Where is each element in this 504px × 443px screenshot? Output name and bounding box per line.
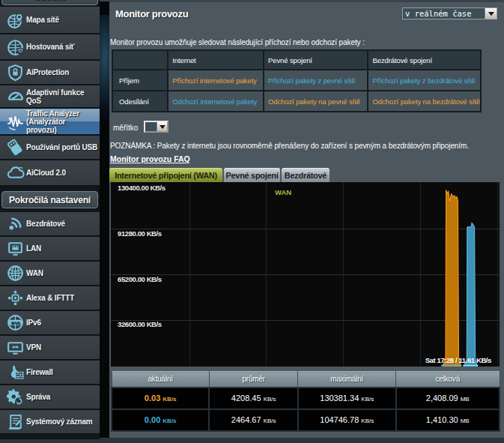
wan-globe-icon xyxy=(5,264,25,283)
chart-series-svg xyxy=(111,182,500,367)
alexa-ifttt-icon xyxy=(6,289,25,307)
sidebar-item-label: Adaptivní funkce QoS xyxy=(26,88,98,105)
sidebar-item-label: AiProtection xyxy=(26,68,69,76)
info-table-cell: Příchozí pakety z bezdrátové sítě xyxy=(368,70,481,91)
traffic-wave-icon xyxy=(6,112,25,131)
info-table-header-cell xyxy=(112,50,168,70)
info-table-row-label: Příjem xyxy=(112,70,168,91)
info-table-cell: Odchozí pakety na bezdrátové sítě xyxy=(368,91,481,112)
cloud-icon xyxy=(5,163,25,183)
cloud-icon xyxy=(6,163,25,182)
usb-icon xyxy=(5,138,25,157)
note-text: POZNÁMKA : Pakety z internetu jsou rovno… xyxy=(110,142,469,150)
stats-cell: 104746.78 KB/s xyxy=(298,409,396,431)
chart-tabs: Internetové připojení (WAN)Pevné spojení… xyxy=(109,168,331,182)
sidebar-item-partial[interactable] xyxy=(0,438,100,443)
scale-select-arrow-button[interactable] xyxy=(157,122,167,131)
guest-network-icon xyxy=(6,37,25,56)
sidebar-item-firewall[interactable]: Firewall xyxy=(0,361,100,385)
gears-icon xyxy=(6,388,25,406)
tab-wired[interactable]: Pevné spojení xyxy=(224,168,280,182)
stats-cell-unit: KB/s xyxy=(264,396,276,403)
info-table-header-cell: Internet xyxy=(168,50,264,70)
sidebar-item-alexa-ifttt[interactable]: Alexa & IFTTT xyxy=(0,286,100,311)
sidebar-item-network-map[interactable]: Mapa sítě xyxy=(0,7,100,34)
stats-cell: 130381.34 KB/s xyxy=(298,388,396,409)
sidebar-item-wan-globe[interactable]: WAN xyxy=(0,262,100,286)
mode-select-value: v reálném čase xyxy=(403,8,485,19)
chevron-down-icon xyxy=(160,125,166,129)
info-table-cell: Odchozí internetové pakety xyxy=(168,91,264,112)
network-map-icon xyxy=(5,10,25,30)
sidebar-item-shield[interactable]: AiProtection xyxy=(0,61,100,85)
stats-header-cell: celková xyxy=(396,372,500,388)
info-table-cell: Příchozí pakety z pevné sítě xyxy=(264,70,368,91)
mode-select-arrow-button[interactable] xyxy=(485,8,497,19)
stats-table: aktuálníprůměrmaximálnícelková0.03 KB/s4… xyxy=(111,371,500,432)
wireless-icon xyxy=(6,214,25,233)
stats-cell: 2464.67 KB/s xyxy=(209,409,298,431)
page-title: Monitor provozu xyxy=(115,8,188,19)
sidebar-section-general: Obecné xyxy=(1,0,98,5)
chart-timestamp: Sat 17:28 / 11.61 KB/s xyxy=(425,356,491,364)
ipv6-icon: IPV6 xyxy=(5,313,25,333)
sidebar-item-gauge[interactable]: Adaptivní funkce QoS xyxy=(0,85,100,109)
mode-select[interactable]: v reálném čase xyxy=(402,7,497,19)
sidebar-item-label: Používání portů USB xyxy=(26,143,97,151)
lan-icon xyxy=(6,239,25,258)
stats-header-cell: maximální xyxy=(298,372,396,388)
gauge-icon xyxy=(6,87,25,106)
scale-select[interactable] xyxy=(144,121,168,133)
sidebar-item-label: WAN xyxy=(26,269,43,277)
sidebar-item-gears[interactable]: Správa xyxy=(0,385,100,410)
chevron-down-icon xyxy=(488,12,494,16)
ipv6-icon: IPV6 xyxy=(6,313,25,332)
stats-cell-unit: KB/s xyxy=(163,396,176,403)
stats-cell-unit: KB/s xyxy=(361,396,374,403)
stats-header-row: aktuálníprůměrmaximálnícelková xyxy=(112,372,500,388)
gauge-icon xyxy=(5,87,25,106)
stats-cell: 2,408.09 MB xyxy=(396,388,500,409)
sidebar-item-label: Alexa & IFTTT xyxy=(26,294,74,302)
lan-icon xyxy=(5,239,25,259)
vpn-icon xyxy=(6,338,25,357)
sidebar-item-syslog[interactable]: Systémový záznam xyxy=(0,410,100,435)
router-admin-page: Obecné Mapa sítěHostovaná síťAiProtectio… xyxy=(0,0,504,443)
scale-select-value xyxy=(145,122,157,131)
sidebar-item-label: Firewall xyxy=(26,368,53,376)
info-table-header-row: InternetPevné spojeníBezdrátové spojení xyxy=(112,50,481,70)
sidebar-item-lan[interactable]: LAN xyxy=(0,237,100,262)
stats-cell: 0.00 KB/s xyxy=(112,409,209,431)
sidebar-item-guest-network[interactable]: Hostovaná síť xyxy=(0,34,100,61)
sidebar-item-label: Bezdrátové xyxy=(26,220,65,228)
tab-wan[interactable]: Internetové připojení (WAN) xyxy=(109,168,222,182)
sidebar-item-cloud[interactable]: AiCloud 2.0 xyxy=(0,160,100,187)
sidebar-advanced-items: BezdrátovéLANWANAlexa & IFTTTIPV6IPv6VPN… xyxy=(0,212,100,435)
alexa-ifttt-icon xyxy=(5,289,25,308)
sidebar-item-wireless[interactable]: Bezdrátové xyxy=(0,212,100,237)
sidebar-item-label: VPN xyxy=(26,343,41,352)
wan-globe-icon xyxy=(6,264,25,283)
stats-cell-unit: KB/s xyxy=(163,418,176,424)
traffic-type-table: InternetPevné spojeníBezdrátové spojeníP… xyxy=(112,49,482,112)
sidebar-item-vpn[interactable]: VPN xyxy=(0,336,100,361)
shield-icon xyxy=(5,63,25,82)
sidebar-item-usb[interactable]: Používání portů USB xyxy=(0,136,100,160)
page-description: Monitor provozu umožňuje sledovat násled… xyxy=(110,38,365,46)
info-table-header-cell: Pevné spojení xyxy=(264,50,368,70)
stats-cell: 1,410.30 MB xyxy=(396,409,500,431)
sidebar-general-items: Mapa sítěHostovaná síťAiProtectionAdapti… xyxy=(0,7,100,187)
info-table-row-label: Odesílání xyxy=(112,91,168,112)
traffic-chart: WAN Sat 17:28 / 11.61 KB/s 130400.00 KB/… xyxy=(111,182,500,367)
faq-link[interactable]: Monitor provozu FAQ xyxy=(110,154,190,163)
network-map-icon xyxy=(6,10,25,29)
sidebar-item-traffic-wave[interactable]: Traffic Analyzer (Analyzátor provozu) xyxy=(0,109,100,136)
sidebar-item-label: AiCloud 2.0 xyxy=(26,169,66,177)
gears-icon xyxy=(5,388,25,407)
info-table-cell: Příchozí internetové pakety xyxy=(168,70,264,91)
svg-text:IPV6: IPV6 xyxy=(10,321,19,325)
tab-wireless[interactable]: Bezdrátové xyxy=(282,168,330,182)
stats-cell: 4208.45 KB/s xyxy=(209,388,298,409)
sidebar-item-ipv6[interactable]: IPV6IPv6 xyxy=(0,311,100,336)
shield-icon xyxy=(6,63,25,82)
